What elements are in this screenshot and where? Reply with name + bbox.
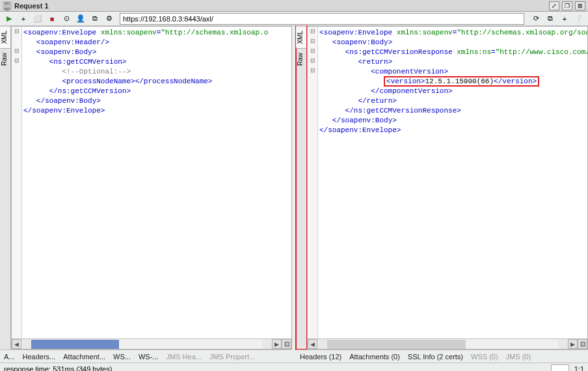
tab-wsa[interactable]: WS-...	[139, 353, 159, 361]
tab-ws[interactable]: WS...	[113, 353, 131, 361]
play-icon: ▶	[7, 14, 12, 23]
response-tab-xml[interactable]: XML	[296, 26, 306, 48]
tab-resp-jms[interactable]: JMS (0)	[506, 353, 531, 361]
request-bottom-tabs: A... Headers... Attachment... WS... WS-.…	[0, 350, 292, 363]
response-editor[interactable]: ⊟⊟⊟⊟⊟ <soapenv:Envelope xmlns:soapenv="h…	[307, 26, 588, 350]
main-area: XML Raw ⊟⊟⊟ <soapenv:Envelope xmlns:soap…	[0, 26, 588, 350]
url-input[interactable]	[120, 13, 524, 25]
add-button[interactable]: +	[17, 13, 30, 25]
titlebar: soap Request 1 ⤢ ❐ ⊠	[0, 0, 588, 12]
add-right-button[interactable]: +	[558, 13, 571, 25]
scroll-left-icon[interactable]: ◀	[308, 339, 317, 349]
tab-resp-wss[interactable]: WSS (0)	[471, 353, 498, 361]
response-fold-gutter[interactable]: ⊟⊟⊟⊟⊟	[308, 27, 318, 338]
request-hscroll[interactable]: ◀ ▶ ⊡	[12, 338, 291, 349]
auth-button[interactable]: 👤	[74, 13, 87, 25]
status-empty-box	[551, 364, 569, 372]
tab-jms-properties[interactable]: JMS Propert...	[209, 353, 255, 361]
request-fold-gutter[interactable]: ⊟⊟⊟	[12, 27, 22, 338]
statusbar: response time: 531ms (349 bytes) 1:1	[0, 363, 588, 371]
tab-jms-headers[interactable]: JMS Hea...	[167, 353, 202, 361]
scroll-end-icon[interactable]: ⊡	[578, 339, 587, 349]
tab-attachments[interactable]: Attachment...	[63, 353, 105, 361]
request-side-tabs: XML Raw	[0, 26, 11, 350]
tab-auth[interactable]: A...	[4, 353, 15, 361]
minimize-button[interactable]: ⤢	[549, 1, 559, 10]
request-tab-xml[interactable]: XML	[0, 26, 10, 48]
run-button[interactable]: ▶	[3, 13, 16, 25]
tab-resp-sslinfo[interactable]: SSL Info (2 certs)	[408, 353, 463, 361]
response-hscroll[interactable]: ◀ ▶ ⊡	[308, 338, 587, 349]
window-title: Request 1	[14, 2, 549, 10]
settings-button[interactable]: ⚙	[103, 13, 116, 25]
scroll-right-icon[interactable]: ▶	[568, 339, 578, 349]
response-tab-raw[interactable]: Raw	[296, 48, 306, 70]
toolbar: ▶ + ⬜ ■ ⊙ 👤 ⧉ ⚙ ⟳ ⧉ + ❔	[0, 12, 588, 26]
tab-resp-headers[interactable]: Headers (12)	[300, 353, 341, 361]
response-panel: XML Raw ⊟⊟⊟⊟⊟ <soapenv:Envelope xmlns:so…	[296, 26, 588, 350]
stop-icon: ■	[50, 15, 55, 23]
scroll-end-icon[interactable]: ⊡	[282, 339, 291, 349]
tool-button-1[interactable]: ⬜	[31, 13, 44, 25]
request-code[interactable]: <soapenv:Envelope xmlns:soapenv="http://…	[22, 27, 291, 338]
soap-icon: soap	[3, 1, 12, 10]
window-controls: ⤢ ❐ ⊠	[549, 1, 585, 10]
tool-button-2[interactable]: ⊙	[60, 13, 73, 25]
tab-headers[interactable]: Headers...	[23, 353, 56, 361]
tab-resp-attachments[interactable]: Attachments (0)	[349, 353, 400, 361]
status-text: response time: 531ms (349 bytes)	[4, 365, 548, 372]
scroll-left-icon[interactable]: ◀	[12, 339, 21, 349]
stop-button[interactable]: ■	[46, 13, 59, 25]
maximize-button[interactable]: ❐	[562, 1, 572, 10]
status-cursor-pos: 1:1	[574, 365, 584, 372]
collapse-button[interactable]: ⧉	[544, 13, 557, 25]
response-code[interactable]: <soapenv:Envelope xmlns:soapenv="http://…	[318, 27, 587, 338]
response-side-tabs: XML Raw	[296, 26, 307, 350]
request-editor[interactable]: ⊟⊟⊟ <soapenv:Envelope xmlns:soapenv="htt…	[11, 26, 292, 350]
request-tab-raw[interactable]: Raw	[0, 48, 10, 70]
reload-button[interactable]: ⟳	[529, 13, 542, 25]
help-button[interactable]: ❔	[572, 13, 585, 25]
close-button[interactable]: ⊠	[575, 1, 585, 10]
request-panel: XML Raw ⊟⊟⊟ <soapenv:Envelope xmlns:soap…	[0, 26, 292, 350]
scroll-right-icon[interactable]: ▶	[272, 339, 282, 349]
response-bottom-tabs: Headers (12) Attachments (0) SSL Info (2…	[296, 350, 588, 363]
tool-button-3[interactable]: ⧉	[88, 13, 101, 25]
